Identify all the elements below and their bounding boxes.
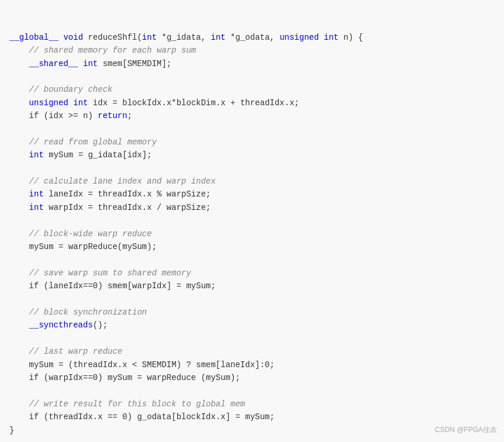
code-line bbox=[9, 70, 495, 83]
code-line bbox=[9, 123, 495, 136]
code-line: // boundary check bbox=[9, 83, 495, 96]
code-line: // calculate lane index and warp index bbox=[9, 175, 495, 188]
code-container: __global__ void reduceShfl(int *g_idata,… bbox=[0, 0, 504, 442]
code-line: __shared__ int smem[SMEMDIM]; bbox=[9, 57, 495, 70]
code-line: // last warp reduce bbox=[9, 345, 495, 358]
watermark: CSDN @FPGA佳农 bbox=[435, 425, 497, 435]
code-block: __global__ void reduceShfl(int *g_idata,… bbox=[9, 5, 495, 437]
code-line: int laneIdx = threadIdx.x % warpSize; bbox=[9, 188, 495, 201]
code-line: // write result for this block to global… bbox=[9, 398, 495, 410]
code-line: // read from global memory bbox=[9, 136, 495, 149]
code-line: mySum = warpReduce(mySum); bbox=[9, 240, 495, 253]
code-line: } bbox=[9, 424, 495, 437]
code-line: // block-wide warp reduce bbox=[9, 227, 495, 240]
code-line: // shared memory for each warp sum bbox=[9, 44, 495, 57]
code-line bbox=[9, 384, 495, 397]
code-line: if (warpIdx==0) mySum = warpReduce (mySu… bbox=[9, 371, 495, 384]
code-line: // save warp sum to shared memory bbox=[9, 267, 495, 279]
code-line bbox=[9, 214, 495, 227]
code-line bbox=[9, 293, 495, 306]
code-line: __global__ void reduceShfl(int *g_idata,… bbox=[9, 31, 495, 44]
code-line: int mySum = g_idata[idx]; bbox=[9, 149, 495, 161]
code-line bbox=[9, 253, 495, 266]
code-line bbox=[9, 332, 495, 345]
code-line bbox=[9, 162, 495, 175]
code-line: unsigned int idx = blockIdx.x*blockDim.x… bbox=[9, 96, 495, 109]
code-line: if (laneIdx==0) smem[warpIdx] = mySum; bbox=[9, 279, 495, 292]
code-line: __syncthreads(); bbox=[9, 319, 495, 332]
code-line: int warpIdx = threadIdx.x / warpSize; bbox=[9, 201, 495, 214]
code-line: if (idx >= n) return; bbox=[9, 109, 495, 122]
code-line: if (threadIdx.x == 0) g_odata[blockIdx.x… bbox=[9, 410, 495, 423]
code-line: // block synchronization bbox=[9, 306, 495, 319]
code-line: mySum = (threadIdx.x < SMEMDIM) ? smem[l… bbox=[9, 358, 495, 371]
